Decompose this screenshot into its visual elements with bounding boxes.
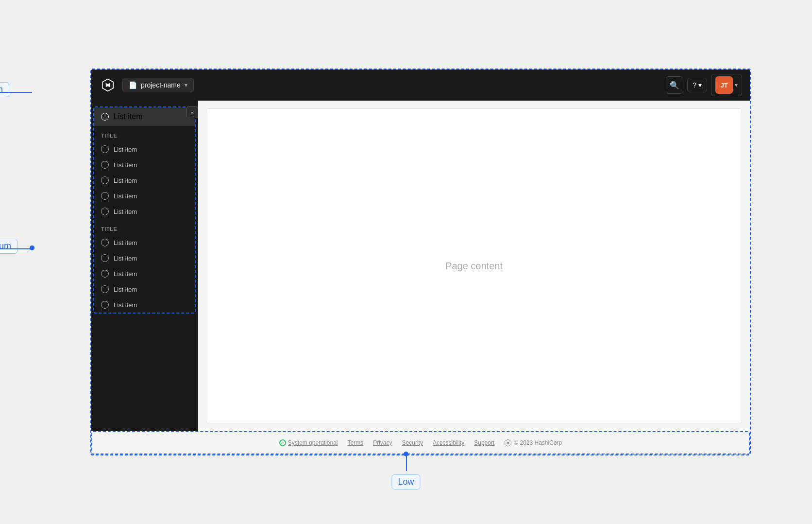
medium-annotation: Medium	[0, 239, 17, 254]
sidebar: List item « Title List item List item	[91, 101, 198, 431]
item-icon	[101, 161, 109, 169]
sidebar-item-1-4[interactable]: List item	[94, 188, 195, 204]
low-annotation-line	[406, 455, 407, 471]
support-link[interactable]: Support	[474, 439, 494, 446]
sidebar-item-1-1[interactable]: List item	[94, 141, 195, 157]
low-annotation: Low	[391, 474, 420, 489]
sidebar-item-2-2[interactable]: List item	[94, 250, 195, 266]
sidebar-item-label: List item	[114, 286, 137, 293]
system-status: System operational	[279, 439, 338, 446]
project-chevron-icon: ▾	[185, 82, 187, 88]
sidebar-item-1-5[interactable]: List item	[94, 204, 195, 219]
sidebar-item-label: List item	[114, 177, 137, 184]
footer-logo: © 2023 HashiCorp	[504, 439, 562, 447]
footer: System operational Terms Privacy Securit…	[92, 432, 749, 454]
body-area: List item « Title List item List item	[91, 101, 750, 431]
item-icon	[101, 270, 109, 278]
project-name-label: project-name	[141, 81, 181, 89]
footer-wrapper: System operational Terms Privacy Securit…	[91, 431, 750, 454]
item-icon	[101, 239, 109, 246]
privacy-link[interactable]: Privacy	[373, 439, 392, 446]
sidebar-item-2-3[interactable]: List item	[94, 266, 195, 281]
document-icon: 📄	[129, 81, 137, 89]
item-icon	[101, 145, 109, 153]
active-item-icon	[101, 113, 109, 121]
medium-annotation-line	[0, 248, 32, 249]
sidebar-item-label: List item	[114, 192, 137, 200]
sidebar-section-2-title: Title	[94, 219, 195, 235]
help-icon: ?	[693, 81, 696, 89]
sidebar-item-1-2[interactable]: List item	[94, 157, 195, 173]
accessibility-link[interactable]: Accessibility	[433, 439, 464, 446]
system-operational-link[interactable]: System operational	[288, 439, 338, 446]
sidebar-section-1-title: Title	[94, 126, 195, 141]
item-icon	[101, 192, 109, 200]
high-annotation: High	[0, 82, 9, 97]
medium-dot	[30, 245, 34, 250]
sidebar-item-label: List item	[114, 255, 137, 262]
sidebar-item-2-5[interactable]: List item	[94, 297, 195, 313]
sidebar-collapse-button[interactable]: «	[186, 106, 196, 118]
search-button[interactable]: 🔍	[666, 76, 683, 94]
sidebar-item-label: List item	[114, 239, 137, 246]
main-content: Page content	[198, 101, 750, 431]
sidebar-active-item-label: List item	[114, 112, 143, 121]
search-icon: 🔍	[670, 81, 679, 90]
sidebar-item-1-3[interactable]: List item	[94, 173, 195, 188]
status-indicator	[279, 439, 286, 446]
page-content-label: Page content	[445, 261, 503, 272]
avatar-chevron-icon: ▾	[735, 82, 738, 88]
sidebar-active-item[interactable]: List item	[94, 107, 195, 126]
item-icon	[101, 301, 109, 309]
copyright-text: © 2023 HashiCorp	[514, 439, 562, 446]
high-annotation-line	[0, 92, 32, 93]
sidebar-inner: List item « Title List item List item	[93, 106, 196, 314]
terms-link[interactable]: Terms	[348, 439, 364, 446]
sidebar-item-label: List item	[114, 161, 137, 169]
item-icon	[101, 208, 109, 215]
sidebar-item-label: List item	[114, 146, 137, 153]
collapse-icon: «	[191, 109, 194, 115]
hashicorp-logo	[99, 76, 117, 94]
sidebar-item-label: List item	[114, 270, 137, 278]
sidebar-item-2-4[interactable]: List item	[94, 281, 195, 297]
help-button[interactable]: ? ▾	[687, 78, 707, 92]
sidebar-item-label: List item	[114, 208, 137, 215]
item-icon	[101, 285, 109, 293]
main-ui-container: 📄 project-name ▾ 🔍 ? ▾ JT ▾	[90, 69, 751, 455]
security-link[interactable]: Security	[402, 439, 423, 446]
item-icon	[101, 176, 109, 184]
navbar-actions: 🔍 ? ▾ JT ▾	[666, 74, 742, 96]
navbar: 📄 project-name ▾ 🔍 ? ▾ JT ▾	[91, 70, 750, 101]
sidebar-item-2-1[interactable]: List item	[94, 235, 195, 250]
item-icon	[101, 254, 109, 262]
avatar: JT	[715, 76, 733, 94]
hashicorp-footer-logo	[504, 439, 512, 447]
content-box: Page content	[206, 108, 742, 423]
sidebar-item-label: List item	[114, 301, 137, 309]
help-chevron-icon: ▾	[698, 81, 702, 89]
user-menu[interactable]: JT ▾	[711, 74, 742, 96]
project-selector[interactable]: 📄 project-name ▾	[122, 78, 194, 92]
